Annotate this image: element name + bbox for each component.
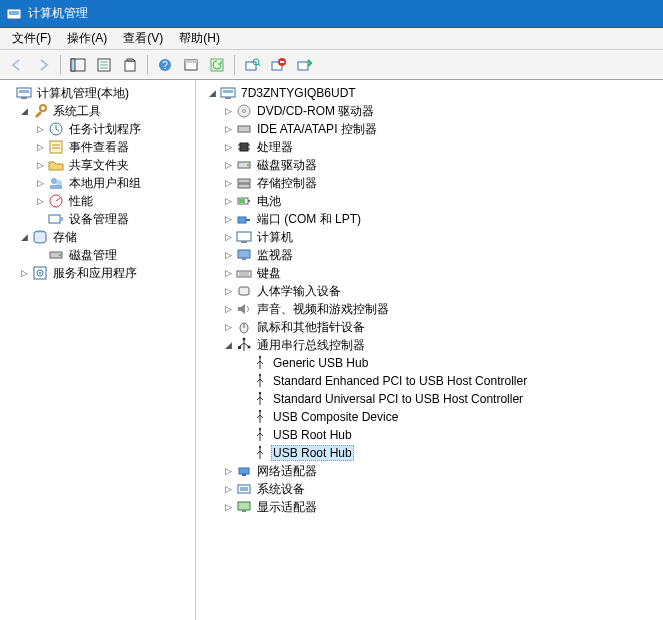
tree-local-users[interactable]: ▷本地用户和组 bbox=[32, 174, 195, 192]
expand-icon[interactable]: ▷ bbox=[34, 123, 46, 135]
properties-button[interactable] bbox=[92, 53, 116, 77]
event-icon bbox=[48, 139, 64, 155]
svg-rect-47 bbox=[238, 126, 250, 132]
expand-icon[interactable]: ▷ bbox=[222, 141, 234, 153]
tree-label: 显示适配器 bbox=[255, 499, 319, 516]
expand-icon[interactable]: ▷ bbox=[222, 213, 234, 225]
expand-icon[interactable]: ▷ bbox=[34, 177, 46, 189]
menu-bar: 文件(F) 操作(A) 查看(V) 帮助(H) bbox=[0, 28, 663, 50]
tree-label: 计算机 bbox=[255, 229, 295, 246]
tree-task-scheduler[interactable]: ▷任务计划程序 bbox=[32, 120, 195, 138]
uninstall-button[interactable] bbox=[266, 53, 290, 77]
collapse-icon[interactable]: ◢ bbox=[206, 87, 218, 99]
cat-battery[interactable]: ▷电池 bbox=[220, 192, 663, 210]
expand-icon[interactable]: ▷ bbox=[34, 141, 46, 153]
svg-rect-35 bbox=[60, 217, 63, 221]
menu-help[interactable]: 帮助(H) bbox=[171, 28, 228, 49]
back-button[interactable] bbox=[5, 53, 29, 77]
cat-dvd[interactable]: ▷DVD/CD-ROM 驱动器 bbox=[220, 102, 663, 120]
tree-root[interactable]: 计算机管理(本地) bbox=[0, 84, 195, 102]
svg-point-74 bbox=[259, 356, 261, 358]
expand-icon[interactable]: ▷ bbox=[222, 249, 234, 261]
tree-device-manager[interactable]: 设备管理器 bbox=[32, 210, 195, 228]
expand-icon[interactable]: ▷ bbox=[222, 321, 234, 333]
svg-rect-24 bbox=[21, 97, 27, 99]
expand-icon[interactable]: ▷ bbox=[222, 123, 234, 135]
expand-icon[interactable]: ▷ bbox=[222, 105, 234, 117]
cat-storage-ctrl[interactable]: ▷存储控制器 bbox=[220, 174, 663, 192]
dev-usb-root-hub-2[interactable]: USB Root Hub bbox=[236, 444, 663, 462]
cat-ports[interactable]: ▷端口 (COM 和 LPT) bbox=[220, 210, 663, 228]
expand-icon[interactable]: ▷ bbox=[222, 177, 234, 189]
expand-icon[interactable]: ▷ bbox=[34, 195, 46, 207]
tree-performance[interactable]: ▷性能 bbox=[32, 192, 195, 210]
dev-usb-root-hub-1[interactable]: USB Root Hub bbox=[236, 426, 663, 444]
cat-sound[interactable]: ▷声音、视频和游戏控制器 bbox=[220, 300, 663, 318]
expand-icon[interactable]: ▷ bbox=[222, 465, 234, 477]
tree-label: Standard Universal PCI to USB Host Contr… bbox=[271, 392, 525, 406]
menu-file[interactable]: 文件(F) bbox=[4, 28, 59, 49]
dev-usb-composite[interactable]: USB Composite Device bbox=[236, 408, 663, 426]
tree-event-viewer[interactable]: ▷事件查看器 bbox=[32, 138, 195, 156]
cat-usb-controllers[interactable]: ◢通用串行总线控制器 bbox=[220, 336, 663, 354]
storage-ctrl-icon bbox=[236, 175, 252, 191]
expand-icon[interactable]: ▷ bbox=[18, 267, 30, 279]
expand-icon[interactable]: ▷ bbox=[222, 267, 234, 279]
tree-disk-mgmt[interactable]: 磁盘管理 bbox=[32, 246, 195, 264]
collapse-icon[interactable]: ◢ bbox=[18, 231, 30, 243]
cat-disk-drives[interactable]: ▷磁盘驱动器 bbox=[220, 156, 663, 174]
usb-device-icon bbox=[252, 445, 268, 461]
tree-label: 设备管理器 bbox=[67, 211, 131, 228]
svg-point-77 bbox=[259, 410, 261, 412]
cat-ide[interactable]: ▷IDE ATA/ATAPI 控制器 bbox=[220, 120, 663, 138]
cat-sys-devices[interactable]: ▷系统设备 bbox=[220, 480, 663, 498]
tree-services-apps[interactable]: ▷服务和应用程序 bbox=[16, 264, 195, 282]
tree-label: 存储控制器 bbox=[255, 175, 319, 192]
cat-mouse[interactable]: ▷鼠标和其他指针设备 bbox=[220, 318, 663, 336]
tree-label: 声音、视频和游戏控制器 bbox=[255, 301, 391, 318]
export-button[interactable] bbox=[118, 53, 142, 77]
view-button[interactable] bbox=[179, 53, 203, 77]
tree-shared-folders[interactable]: ▷共享文件夹 bbox=[32, 156, 195, 174]
cat-cpu[interactable]: ▷处理器 bbox=[220, 138, 663, 156]
forward-button[interactable] bbox=[31, 53, 55, 77]
expand-icon[interactable]: ▷ bbox=[222, 195, 234, 207]
cat-display[interactable]: ▷显示适配器 bbox=[220, 498, 663, 516]
expand-icon[interactable]: ▷ bbox=[222, 231, 234, 243]
cat-computer[interactable]: ▷计算机 bbox=[220, 228, 663, 246]
update-driver-button[interactable] bbox=[292, 53, 316, 77]
menu-action[interactable]: 操作(A) bbox=[59, 28, 115, 49]
cat-net-adapters[interactable]: ▷网络适配器 bbox=[220, 462, 663, 480]
expand-icon[interactable]: ▷ bbox=[222, 303, 234, 315]
svg-point-78 bbox=[259, 428, 261, 430]
show-hide-tree-button[interactable] bbox=[66, 53, 90, 77]
collapse-icon[interactable]: ◢ bbox=[18, 105, 30, 117]
expand-icon[interactable]: ▷ bbox=[222, 159, 234, 171]
dev-usb-universal[interactable]: Standard Universal PCI to USB Host Contr… bbox=[236, 390, 663, 408]
expand-icon[interactable]: ▷ bbox=[222, 501, 234, 513]
cat-keyboard[interactable]: ▷键盘 bbox=[220, 264, 663, 282]
scan-hardware-button[interactable] bbox=[240, 53, 264, 77]
collapse-icon[interactable]: ◢ bbox=[222, 339, 234, 351]
expand-icon[interactable]: ▷ bbox=[222, 483, 234, 495]
device-root[interactable]: ◢7D3ZNTYGIQB6UDT bbox=[204, 84, 663, 102]
expand-icon[interactable]: ▷ bbox=[222, 285, 234, 297]
cat-hid[interactable]: ▷人体学输入设备 bbox=[220, 282, 663, 300]
tree-storage[interactable]: ◢ 存储 bbox=[16, 228, 195, 246]
dev-generic-usb-hub[interactable]: Generic USB Hub bbox=[236, 354, 663, 372]
tree-system-tools[interactable]: ◢ 系统工具 bbox=[16, 102, 195, 120]
expand-icon[interactable]: ▷ bbox=[34, 159, 46, 171]
svg-rect-48 bbox=[240, 143, 248, 151]
tree-label: 7D3ZNTYGIQB6UDT bbox=[239, 86, 358, 100]
cat-monitor[interactable]: ▷监视器 bbox=[220, 246, 663, 264]
tree-label: 服务和应用程序 bbox=[51, 265, 139, 282]
svg-rect-83 bbox=[240, 487, 248, 491]
refresh-button[interactable] bbox=[205, 53, 229, 77]
menu-view[interactable]: 查看(V) bbox=[115, 28, 171, 49]
help-button[interactable]: ? bbox=[153, 53, 177, 77]
dev-usb-enhanced[interactable]: Standard Enhanced PCI to USB Host Contro… bbox=[236, 372, 663, 390]
svg-point-41 bbox=[39, 272, 41, 274]
svg-point-54 bbox=[247, 164, 249, 166]
tree-label: 本地用户和组 bbox=[67, 175, 143, 192]
tools-icon bbox=[32, 103, 48, 119]
